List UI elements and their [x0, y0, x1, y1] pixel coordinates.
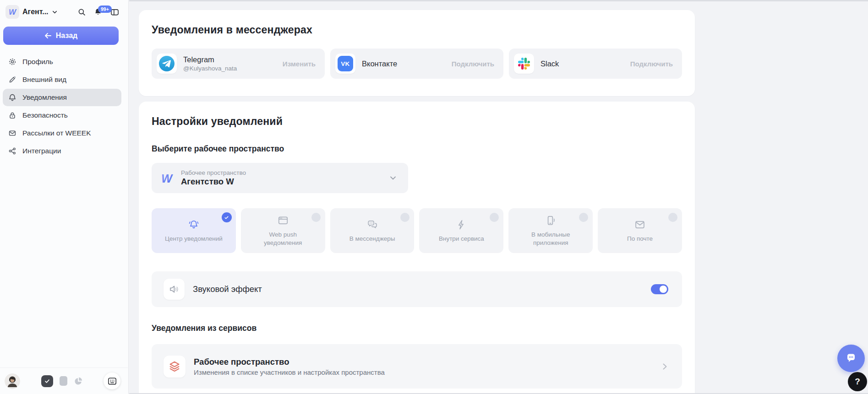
- messenger-vk[interactable]: VK Вконтакте Подключить: [330, 49, 503, 79]
- lock-icon: [8, 111, 16, 119]
- sidebar-header: W Агент... 99+: [0, 0, 128, 22]
- messenger-slack[interactable]: Slack Подключить: [509, 49, 682, 79]
- layers-icon: [168, 360, 181, 373]
- unchecked-circle-icon: [490, 213, 499, 222]
- back-button[interactable]: Назад: [3, 27, 119, 45]
- phone-icon: [545, 215, 557, 227]
- sidebar-item-profile[interactable]: Профиль: [3, 53, 121, 70]
- settings-card-title: Настройки уведомлений: [152, 115, 682, 128]
- messenger-texts: Slack: [540, 59, 559, 68]
- sidebar-item-security[interactable]: Безопасность: [3, 107, 121, 124]
- sidebar-item-appearance[interactable]: Внешний вид: [3, 71, 121, 88]
- pie-chart-icon[interactable]: [74, 377, 83, 386]
- services-section-title: Уведомления из сервисов: [152, 324, 682, 333]
- app-window: W Агент... 99+: [0, 0, 868, 394]
- sidebar-item-notifications[interactable]: Уведомления: [3, 89, 121, 106]
- sidebar-item-label: Профиль: [22, 58, 53, 66]
- top-divider: [129, 0, 868, 1]
- hotkeys-grid-button[interactable]: [104, 372, 120, 389]
- channel-label: В мобильные приложения: [520, 231, 581, 247]
- messenger-account: @Kulyashova_nata: [183, 65, 237, 72]
- notifications-count-badge: 99+: [98, 5, 112, 13]
- gear-icon: [8, 58, 16, 66]
- sidebar-item-label: Внешний вид: [22, 76, 66, 84]
- service-title: Рабочее пространство: [194, 357, 385, 367]
- messenger-name: Telegram: [183, 55, 237, 64]
- sidebar-item-integrations[interactable]: Интеграции: [3, 142, 121, 160]
- unchecked-circle-icon: [668, 213, 677, 222]
- settings-card: Настройки уведомлений Выберите рабочее п…: [139, 102, 695, 394]
- channel-in-service[interactable]: Внутри сервиса: [419, 208, 503, 253]
- back-button-label: Назад: [56, 32, 77, 40]
- channel-label: В мессенджеры: [349, 235, 395, 243]
- pen-icon: [8, 76, 16, 84]
- workspace-name: Агент...: [22, 8, 49, 16]
- toggle-knob: [660, 286, 667, 293]
- unchecked-circle-icon: [311, 213, 321, 222]
- workspace-switcher[interactable]: W Агент...: [5, 5, 58, 19]
- messengers-card-title: Уведомления в мессенджерах: [152, 24, 682, 36]
- workspace-select-texts: Рабочее пространство Агентство W: [181, 169, 246, 187]
- telegram-icon: [159, 56, 175, 71]
- slack-icon: [518, 58, 530, 70]
- messengers-card: Уведомления в мессенджерах Telegram @Kul…: [139, 10, 695, 96]
- browser-icon: [277, 215, 289, 227]
- sidebar: W Агент... 99+: [0, 0, 129, 394]
- sidebar-item-mailings[interactable]: Рассылки от WEEEK: [3, 124, 121, 142]
- slack-tile: [514, 54, 534, 74]
- main-content: Уведомления в мессенджерах Telegram @Kul…: [129, 0, 868, 394]
- envelope-icon: [634, 219, 646, 231]
- messenger-texts: Telegram @Kulyashova_nata: [183, 55, 237, 72]
- workspace-select-label: Рабочее пространство: [181, 169, 246, 176]
- sidebar-menu: Профиль Внешний вид Уведомления Безопасн…: [0, 53, 128, 160]
- slack-connect-button[interactable]: Подключить: [630, 60, 673, 68]
- channel-messengers[interactable]: В мессенджеры: [330, 208, 415, 253]
- speaker-icon: [168, 283, 180, 295]
- w-logo-icon: W: [158, 169, 175, 187]
- header-icons: 99+: [78, 8, 119, 16]
- search-icon[interactable]: [78, 8, 86, 16]
- sidebar-item-label: Рассылки от WEEEK: [22, 129, 91, 137]
- unchecked-circle-icon: [400, 213, 409, 222]
- messenger-row: Telegram @Kulyashova_nata Изменить VK Вк…: [152, 49, 682, 79]
- messenger-texts: Вконтакте: [362, 59, 397, 68]
- bell-icon: [8, 93, 16, 102]
- channel-mobile-apps[interactable]: В мобильные приложения: [508, 208, 593, 253]
- notifications-bell-icon[interactable]: 99+: [94, 8, 102, 16]
- chevron-down-icon: [52, 9, 58, 15]
- vk-tile: VK: [335, 54, 355, 74]
- help-button[interactable]: ?: [848, 372, 867, 391]
- user-avatar[interactable]: [5, 373, 20, 389]
- arrow-left-icon: [44, 32, 52, 39]
- chevron-down-icon: [389, 174, 397, 182]
- service-subtitle: Изменения в списке участников и настройк…: [194, 368, 385, 376]
- channel-email[interactable]: По почте: [598, 208, 682, 253]
- board-filter-icon[interactable]: [60, 376, 67, 386]
- channel-label: Внутри сервиса: [439, 235, 484, 243]
- workspace-select[interactable]: W Рабочее пространство Агентство W: [152, 163, 408, 193]
- help-label: ?: [855, 377, 860, 387]
- messenger-name: Вконтакте: [362, 59, 397, 68]
- messenger-name: Slack: [540, 59, 559, 68]
- chevron-right-icon: [660, 362, 669, 371]
- telegram-edit-button[interactable]: Изменить: [283, 60, 316, 68]
- done-filter-icon[interactable]: [41, 375, 53, 387]
- channel-label: По почте: [627, 235, 653, 243]
- workspace-section-title: Выберите рабочее пространство: [152, 144, 682, 154]
- channel-notification-center[interactable]: Центр уведомлений: [152, 208, 236, 253]
- channel-label: Центр уведомлений: [165, 235, 223, 243]
- sidebar-item-label: Интеграции: [22, 147, 61, 155]
- sidebar-item-label: Безопасность: [22, 111, 68, 119]
- sidebar-footer: [0, 367, 128, 394]
- channel-label: Web push уведомления: [253, 231, 313, 247]
- vk-connect-button[interactable]: Подключить: [452, 60, 494, 68]
- lightning-icon: [455, 219, 467, 231]
- messenger-telegram[interactable]: Telegram @Kulyashova_nata Изменить: [152, 49, 325, 79]
- channel-web-push[interactable]: Web push уведомления: [241, 208, 325, 253]
- layers-tile: [164, 356, 186, 378]
- sidebar-toggle-icon[interactable]: [110, 8, 119, 16]
- sound-effect-row: Звуковой эффект: [152, 271, 682, 307]
- support-chat-button[interactable]: [837, 345, 865, 372]
- service-row-workspace[interactable]: Рабочее пространство Изменения в списке …: [152, 344, 682, 389]
- sound-effect-toggle[interactable]: [651, 284, 668, 294]
